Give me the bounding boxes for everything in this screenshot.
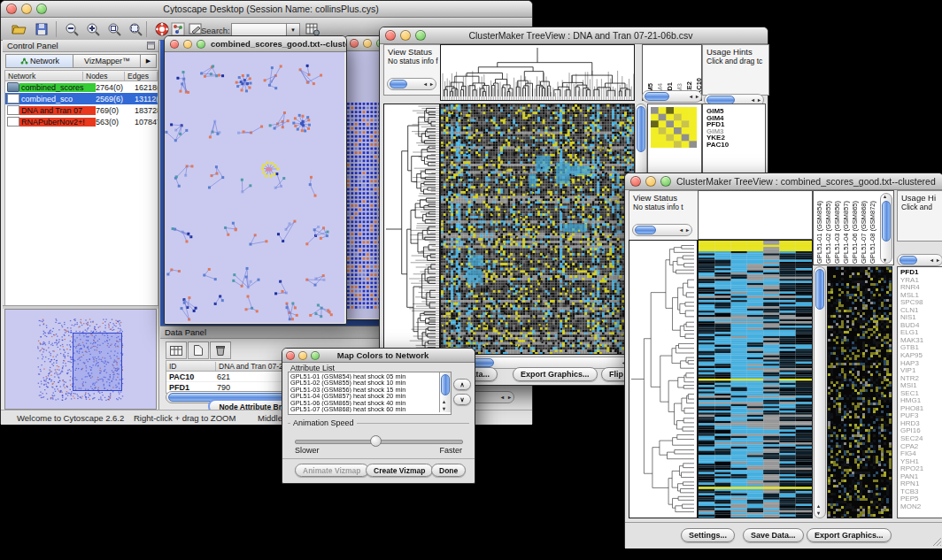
zoom-out-button[interactable] xyxy=(63,21,81,37)
scroll-left-arrow[interactable]: ◂ xyxy=(424,81,427,87)
network-table-header[interactable]: Network Nodes Edges xyxy=(5,71,158,81)
attribute-item[interactable]: GPL51-07 (GSM868) heat shock 60 min xyxy=(290,406,439,412)
scroll-right-arrow[interactable]: ▸ xyxy=(508,395,511,400)
heatmap-main[interactable] xyxy=(440,104,635,355)
main-titlebar[interactable]: Cytoscape Desktop (Session Name: collins… xyxy=(1,1,532,18)
heatmap-secondary[interactable] xyxy=(827,266,892,518)
minimize-icon[interactable] xyxy=(400,30,411,41)
treeview-action-button[interactable]: Export Graphics... xyxy=(513,367,598,381)
gene-label[interactable]: SEC24 xyxy=(900,435,923,443)
done-button[interactable]: Done xyxy=(431,464,466,477)
attribute-item[interactable]: GPL51-06 (GSM865) heat shock 40 min xyxy=(290,400,439,406)
attribute-item[interactable]: GPL51-03 (GSM856) heat shock 15 min xyxy=(290,387,439,393)
close-icon[interactable] xyxy=(286,351,295,360)
close-icon[interactable] xyxy=(630,176,641,187)
net1-titlebar[interactable]: combined_scores_good.txt--cluste... xyxy=(165,36,346,52)
gene-label[interactable]: CLN1 xyxy=(900,307,923,315)
scroll-right-arrow[interactable]: ▸ xyxy=(758,97,761,103)
tab-network[interactable]: Network xyxy=(5,54,74,68)
column-label[interactable]: GPL51-08 (GSM872) xyxy=(869,201,876,264)
gene-label[interactable]: TCB3 xyxy=(900,488,923,496)
attribute-list-vscrollbar[interactable]: ▴ ▾ xyxy=(439,372,451,412)
heatmap-main[interactable] xyxy=(698,240,813,518)
gene-label[interactable]: NIS1 xyxy=(900,314,923,322)
close-icon[interactable] xyxy=(350,39,359,48)
zoom-window-icon[interactable] xyxy=(311,351,320,360)
gene-label[interactable]: MSL1 xyxy=(900,292,923,300)
close-icon[interactable] xyxy=(170,40,179,49)
close-icon[interactable] xyxy=(6,4,17,14)
scroll-up-arrow[interactable]: ▴ xyxy=(443,399,445,404)
zoom-window-icon[interactable] xyxy=(36,4,47,14)
view-status-scrollbar[interactable]: ◂ ▸ xyxy=(387,78,436,90)
open-file-button[interactable] xyxy=(10,21,27,37)
gene-label[interactable]: PFD1 xyxy=(900,269,923,277)
close-icon[interactable] xyxy=(385,30,396,41)
scroll-left-arrow[interactable]: ◂ xyxy=(690,94,692,99)
network-list-row[interactable]: DNA and Tran 07 769(0) 183728(0) xyxy=(5,104,158,116)
gene-label[interactable]: HMG1 xyxy=(900,397,923,405)
move-down-button[interactable]: ∨ xyxy=(453,394,471,405)
gene-label[interactable]: RNR4 xyxy=(900,284,923,292)
tv2-genelist-hscrollbar[interactable]: ◂ ▸ xyxy=(897,254,942,266)
attribute-item[interactable]: GPL51-01 (GSM854) heat shock 05 min xyxy=(290,373,439,380)
minimize-icon[interactable] xyxy=(298,351,307,360)
column-label[interactable]: GPL51-03 (GSM856) xyxy=(833,201,841,264)
gene-label[interactable]: HRD3 xyxy=(900,420,923,428)
gene-label[interactable]: BUD4 xyxy=(900,322,923,330)
gene-label[interactable]: YSH1 xyxy=(900,458,923,466)
gene-label[interactable]: ELG1 xyxy=(900,329,923,337)
gene-label[interactable]: NTR2 xyxy=(900,375,923,383)
zoom-window-icon[interactable] xyxy=(660,176,671,187)
speed-slider-thumb[interactable] xyxy=(370,435,382,447)
column-label[interactable]: GPL51-02 (GSM855) xyxy=(824,201,832,264)
zoom-fit-button[interactable] xyxy=(127,21,144,37)
treeview-action-button[interactable]: Save Data... xyxy=(743,528,804,542)
scroll-left-arrow[interactable]: ◂ xyxy=(680,227,683,233)
scroll-down-arrow[interactable]: ▾ xyxy=(884,257,886,263)
scroll-right-arrow[interactable]: ▸ xyxy=(430,81,433,87)
scroll-left-arrow[interactable]: ◂ xyxy=(752,97,754,103)
column-label[interactable]: GPL51-07 (GSM868) xyxy=(860,201,868,264)
save-button[interactable] xyxy=(33,21,50,37)
gene-label[interactable]: PEP5 xyxy=(900,495,923,503)
zoom-selected-button[interactable] xyxy=(105,21,123,37)
attribute-item[interactable]: GPL51-04 (GSM857) heat shock 20 min xyxy=(290,393,439,399)
dialog-titlebar[interactable]: Map Colors to Network xyxy=(282,349,475,363)
network-list-row[interactable]: combined_sco 2569(6) 13112(15) xyxy=(5,93,158,104)
gene-label[interactable]: KAP95 xyxy=(900,352,923,360)
gene-label[interactable]: RPO21 xyxy=(900,465,923,473)
gene-label[interactable]: MSI1 xyxy=(900,382,923,390)
column-label[interactable]: GPL51-04 (GSM857) xyxy=(842,201,850,264)
create-vizmap-button[interactable]: Create Vizmap xyxy=(366,464,433,477)
delete-attribute-button[interactable] xyxy=(210,341,231,359)
gene-label[interactable]: PUF3 xyxy=(900,412,923,420)
tv2-heatmap-vscrollbar[interactable]: ▴ ▾ xyxy=(814,266,826,518)
treeview2-titlebar[interactable]: ClusterMaker TreeView : combined_scores_… xyxy=(625,173,942,190)
network-canvas[interactable] xyxy=(165,52,344,323)
gene-label[interactable]: GPI16 xyxy=(900,427,923,435)
row-dendrogram[interactable] xyxy=(629,240,698,518)
tab-vizmapper[interactable]: VizMapper™ xyxy=(73,54,142,68)
new-attribute-button[interactable] xyxy=(188,341,209,359)
treeview1-titlebar[interactable]: ClusterMaker TreeView : DNA and Tran 07-… xyxy=(380,27,768,44)
minimize-icon[interactable] xyxy=(645,176,656,187)
minimize-icon[interactable] xyxy=(183,40,192,49)
scroll-up-arrow[interactable]: ▴ xyxy=(817,503,820,509)
gene-label[interactable]: YRA1 xyxy=(900,277,923,285)
tv2-labels-vscrollbar[interactable]: ▴ ▾ xyxy=(880,193,892,264)
attribute-item[interactable]: GPL51-02 (GSM855) heat shock 10 min xyxy=(290,380,439,386)
network-list-row[interactable]: combined_scores 2764(0) 16218(0) xyxy=(5,81,158,93)
scroll-up-arrow[interactable]: ▴ xyxy=(884,194,886,199)
scroll-down-arrow[interactable]: ▾ xyxy=(817,510,820,516)
zoom-window-icon[interactable] xyxy=(415,30,426,41)
gene-label[interactable]: SEC1 xyxy=(900,390,923,398)
zoom-in-button[interactable] xyxy=(84,21,102,37)
float-panel-icon[interactable] xyxy=(147,42,155,50)
view-status-scrollbar[interactable]: ◂ ▸ xyxy=(632,224,692,236)
treeview-action-button[interactable]: Settings... xyxy=(681,528,735,542)
tab-overflow-button[interactable]: ▶ xyxy=(140,54,157,68)
minimize-icon[interactable] xyxy=(21,4,32,14)
move-up-button[interactable]: ∧ xyxy=(453,379,471,390)
gene-label[interactable]: PHO81 xyxy=(900,405,923,413)
